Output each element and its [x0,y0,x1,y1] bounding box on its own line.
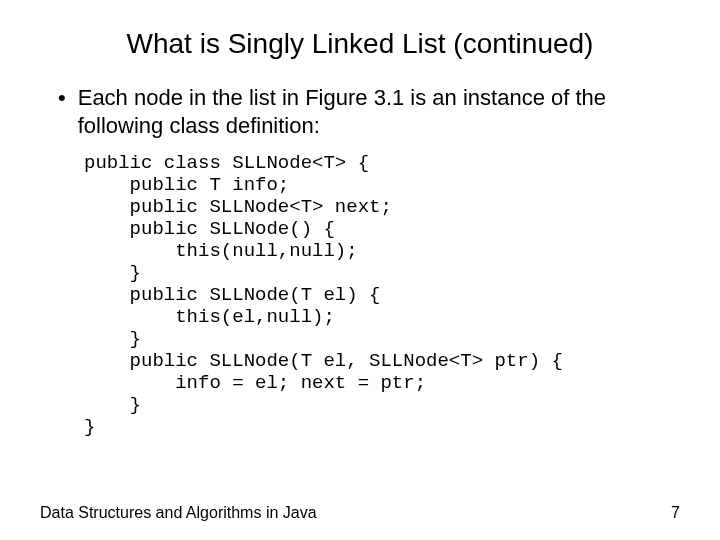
bullet-item: • Each node in the list in Figure 3.1 is… [62,84,680,140]
bullet-list: • Each node in the list in Figure 3.1 is… [40,84,680,140]
slide-title: What is Singly Linked List (continued) [40,28,680,60]
slide-container: What is Singly Linked List (continued) •… [0,0,720,540]
bullet-marker-icon: • [58,84,66,112]
bullet-text: Each node in the list in Figure 3.1 is a… [78,84,680,140]
page-number: 7 [671,504,680,522]
footer-source: Data Structures and Algorithms in Java [40,504,317,522]
slide-footer: Data Structures and Algorithms in Java 7 [40,504,680,522]
code-block: public class SLLNode<T> { public T info;… [84,152,680,438]
